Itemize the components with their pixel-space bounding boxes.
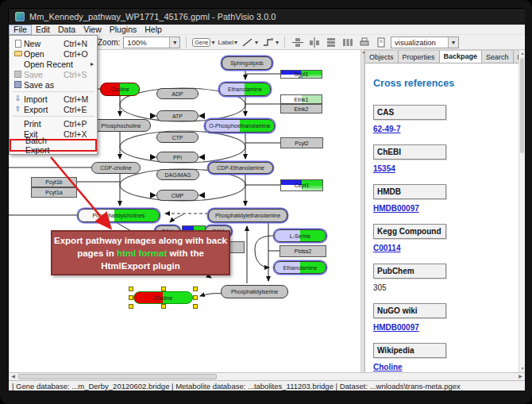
zoom-dropdown-icon[interactable]: ▾ xyxy=(169,37,179,48)
pathway-node-label: Choline xyxy=(133,291,193,304)
pathway-node-cmp[interactable]: CMP xyxy=(156,190,199,201)
pathway-node-phosphatidylcholines[interactable]: Phosphatidylcholines xyxy=(78,209,160,222)
selection-handle[interactable] xyxy=(161,287,166,291)
scroll-up-icon[interactable]: ▲ xyxy=(519,50,526,57)
chevron-down-icon[interactable]: ▾ xyxy=(255,39,258,46)
tab-properties[interactable]: Properties xyxy=(399,50,440,63)
selection-handle[interactable] xyxy=(161,304,166,309)
pathway-node-phosphocholine[interactable]: Phosphocholine xyxy=(91,119,151,132)
xref-section: NuGO wiki HMDB00097 xyxy=(373,303,519,333)
menu-item-batch-export[interactable]: Batch Export xyxy=(10,139,97,152)
horizontal-scrollbar[interactable]: ◀ ▶ xyxy=(9,372,525,380)
pathway-node-choline-selected[interactable]: Choline xyxy=(129,287,199,309)
menu-plugins[interactable]: Plugins xyxy=(106,25,141,35)
save-icon xyxy=(12,71,24,78)
tab-backpage[interactable]: Backpage xyxy=(440,50,483,63)
pathway-node-ppi[interactable]: PPi xyxy=(156,152,199,163)
visualization-combobox[interactable]: visualization ▾ xyxy=(391,37,459,48)
menu-item-save[interactable]: Save Ctrl+S xyxy=(10,69,97,79)
file-menu: New Ctrl+N Open Ctrl+O Open Recent ▸ Sav… xyxy=(9,35,98,155)
zoom-combobox[interactable]: 100% ▾ xyxy=(123,37,180,48)
pathway-gene-etnk1[interactable]: Etnk1 xyxy=(280,94,322,104)
menu-item-save-as[interactable]: Save as xyxy=(10,79,97,90)
pathway-node-atp[interactable]: ATP xyxy=(156,110,199,121)
xref-section: ChEBI 15354 xyxy=(373,144,519,175)
page-setup-icon[interactable] xyxy=(374,37,387,48)
pathway-node-phosphatidylethanolamine[interactable]: Phosphatidylethanolamine xyxy=(208,209,287,222)
title-bar[interactable]: Mm_Kennedy_pathway_WP1771_45176.gpml - P… xyxy=(9,9,525,25)
menu-edit[interactable]: Edit xyxy=(32,25,54,35)
pathway-node-ethanolamine[interactable]: Ethanolamine xyxy=(219,83,271,96)
menu-item-open-recent[interactable]: Open Recent ▸ xyxy=(10,59,97,69)
align-vertical-center-icon[interactable] xyxy=(291,37,304,48)
chevron-down-icon[interactable]: ▾ xyxy=(234,39,237,46)
pathway-node-choline[interactable]: Choline xyxy=(100,83,140,96)
menu-item-new[interactable]: New Ctrl+N xyxy=(10,38,97,48)
xref-link[interactable]: Choline xyxy=(373,363,403,371)
pathway-node-cdp-ethanolamine[interactable]: CDP-Ethanolamine xyxy=(208,162,273,174)
menu-data[interactable]: Data xyxy=(54,25,79,35)
pathway-gene-cept1[interactable]: Cept1 xyxy=(280,179,323,191)
menu-file[interactable]: File xyxy=(9,25,32,35)
pathway-node-cdp-choline[interactable]: CDP-choline xyxy=(91,162,141,174)
selection-handle[interactable] xyxy=(193,304,198,309)
zoom-label: Zoom: xyxy=(98,38,120,47)
menu-item-open[interactable]: Open Ctrl+O xyxy=(10,48,97,59)
xref-link[interactable]: 15354 xyxy=(373,164,395,173)
chevron-down-icon[interactable]: ▾ xyxy=(276,39,279,46)
pathway-node-sphingolipids[interactable]: Sphingolipids xyxy=(222,56,272,70)
printer-icon[interactable] xyxy=(357,37,371,48)
connector-tool-button[interactable]: ▾ xyxy=(261,37,279,48)
menu-view[interactable]: View xyxy=(79,25,106,35)
toolbar-separator xyxy=(284,37,285,48)
pathway-gene-pcyt1a[interactable]: Pcyt1a xyxy=(31,187,77,198)
xref-title: Kegg Compound xyxy=(373,224,446,239)
menu-item-import[interactable]: ⇩ Import Ctrl+M xyxy=(10,94,97,104)
menu-help[interactable]: Help xyxy=(141,25,166,35)
chevron-down-icon[interactable]: ▾ xyxy=(211,39,214,46)
xref-link[interactable]: 62-49-7 xyxy=(373,125,400,133)
pathway-node-adp[interactable]: ADP xyxy=(156,88,199,99)
pathway-node-dag-mag[interactable]: DAG/MAG xyxy=(156,169,199,180)
xref-value: 305 xyxy=(373,283,387,292)
menu-item-print[interactable]: Print Ctrl+P xyxy=(10,118,97,129)
distribute-rows-icon[interactable] xyxy=(324,37,337,48)
scroll-left-icon[interactable]: ◀ xyxy=(9,373,17,380)
menu-item-export[interactable]: ⇧ Export Ctrl+E xyxy=(10,104,97,114)
scrollbar-thumb[interactable] xyxy=(520,58,524,153)
tab-search[interactable]: Search xyxy=(482,50,514,63)
line-tool-button[interactable]: ▾ xyxy=(241,37,258,48)
pathway-gene-pcyt2[interactable]: Pcyt2 xyxy=(280,137,323,148)
gene-tool-button[interactable]: Gene▾ xyxy=(192,38,214,47)
pathway-gene-pcyt1b[interactable]: Pcyt1b xyxy=(31,177,77,187)
selection-handle[interactable] xyxy=(129,295,133,300)
pathway-node-l-serine[interactable]: L-Serine xyxy=(274,229,326,242)
connector-tool-icon xyxy=(261,37,275,48)
scroll-down-icon[interactable]: ▼ xyxy=(519,365,526,372)
pathway-gene-etnk2[interactable]: Etnk2 xyxy=(280,104,322,114)
xref-link[interactable]: HMDB00097 xyxy=(373,323,419,332)
selection-handle[interactable] xyxy=(193,295,198,300)
pathway-gene-sgpl1[interactable]: Sgpl1 xyxy=(280,70,322,79)
pathway-node-ethanolamine-lower[interactable]: Ethanolamine xyxy=(274,261,326,274)
tab-objects[interactable]: Objects xyxy=(365,50,399,63)
xref-link[interactable]: C00114 xyxy=(373,244,400,252)
xref-title: NuGO wiki xyxy=(373,303,446,318)
label-tool-button[interactable]: Label▾ xyxy=(218,39,237,46)
xref-link[interactable]: HMDB00097 xyxy=(373,204,419,213)
selection-handle[interactable] xyxy=(129,287,133,291)
selection-handle[interactable] xyxy=(129,304,133,309)
pathway-gene-ptdss2[interactable]: Ptdss2 xyxy=(279,245,326,257)
pathway-node-ctp[interactable]: CTP xyxy=(156,132,199,143)
pathway-node-o-phosphoethanolamine[interactable]: O-Phosphoethanolamine xyxy=(205,119,275,133)
panel-scrollbar[interactable]: ▲ ▼ xyxy=(519,50,525,372)
selection-handle[interactable] xyxy=(193,287,198,291)
scrollbar-thumb[interactable] xyxy=(18,374,217,379)
chevron-down-icon[interactable]: ▾ xyxy=(448,37,458,48)
distribute-columns-icon[interactable] xyxy=(341,37,354,48)
align-horizontal-center-icon[interactable] xyxy=(307,37,321,48)
pathway-node-phosphatidylserine[interactable]: Phosphatidylserine xyxy=(221,285,288,298)
save-as-icon xyxy=(12,81,24,88)
xref-title: ChEBI xyxy=(373,144,446,160)
scroll-right-icon[interactable]: ▶ xyxy=(516,373,525,380)
